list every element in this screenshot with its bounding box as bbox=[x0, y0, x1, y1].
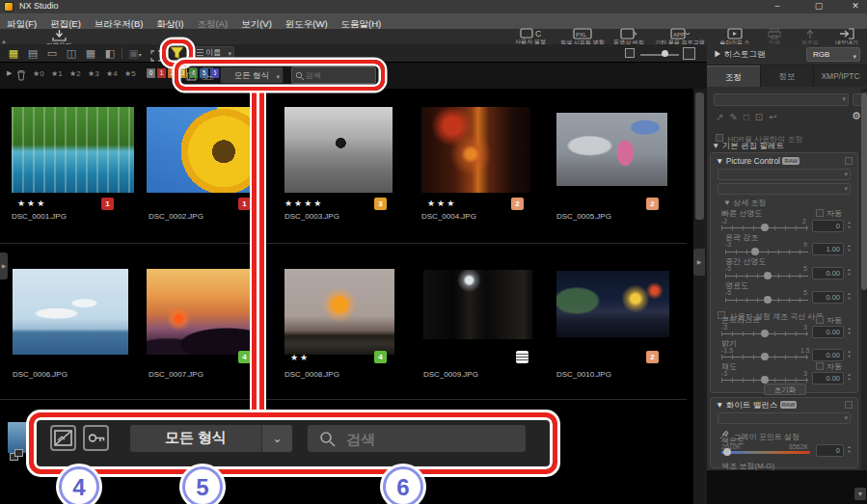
slider-handle[interactable] bbox=[761, 330, 769, 337]
photo-night-street[interactable] bbox=[556, 271, 669, 337]
slider-track[interactable] bbox=[725, 250, 808, 254]
slider-handle[interactable] bbox=[764, 296, 772, 304]
spinner[interactable]: ▲▼ bbox=[846, 220, 853, 229]
slider-track[interactable] bbox=[725, 274, 808, 279]
temp-slider-track[interactable] bbox=[721, 451, 810, 454]
spinner[interactable]: ▲▼ bbox=[846, 267, 853, 277]
auto-checkbox[interactable] bbox=[816, 316, 824, 324]
color-label[interactable]: 4 bbox=[374, 351, 387, 363]
rating-filter-5[interactable]: ★5 bbox=[124, 69, 136, 78]
magnified-hidden-files-icon[interactable] bbox=[50, 425, 76, 451]
label-filter-1[interactable]: 1 bbox=[157, 68, 166, 78]
slider-value[interactable]: 0.00 bbox=[812, 326, 844, 338]
minimize-button[interactable]: – bbox=[767, 0, 788, 13]
tab-info[interactable]: 정보 bbox=[760, 66, 813, 87]
photo-air-race[interactable] bbox=[13, 269, 128, 355]
thumbnail-zoom-slider[interactable] bbox=[640, 54, 679, 56]
auto-checkbox[interactable] bbox=[816, 362, 824, 370]
spinner[interactable]: ▲▼ bbox=[846, 326, 853, 335]
magnified-format-dropdown[interactable]: 모든 형식 ⌄ bbox=[129, 424, 293, 453]
thumbnail-zoom-handle[interactable] bbox=[662, 50, 668, 57]
star-rating[interactable]: ★★★ bbox=[17, 199, 46, 208]
histogram-channel-dropdown[interactable]: RGB ▾ bbox=[806, 47, 860, 62]
photo-sunset-rocks[interactable] bbox=[147, 269, 254, 355]
slider-value[interactable]: 0.00 bbox=[812, 349, 844, 361]
thumbnail-cell[interactable]: ★★★★ 3 DSC_0003.JPG bbox=[283, 89, 418, 245]
thumbnail-cell[interactable]: ★★ 4 DSC_0008.JPG bbox=[283, 251, 418, 407]
spinner[interactable]: ▲▼ bbox=[846, 349, 853, 358]
rating-filter-1[interactable]: ★1 bbox=[51, 69, 63, 78]
temp-value[interactable]: 0 bbox=[816, 444, 844, 457]
slider-value[interactable]: 0.00 bbox=[812, 267, 844, 279]
slider-handle[interactable] bbox=[761, 224, 769, 231]
slider-track[interactable] bbox=[721, 225, 808, 230]
zoom-out-icon[interactable] bbox=[625, 48, 635, 58]
zoom-in-icon[interactable] bbox=[683, 47, 695, 60]
thumbnail-cell[interactable]: ★★★ 2 DSC_0004.JPG bbox=[420, 89, 555, 245]
spinner[interactable]: ▲▼ bbox=[846, 243, 853, 252]
thumbnail-cell[interactable]: 2 DSC_0010.JPG bbox=[555, 251, 690, 407]
star-rating[interactable]: ★★★★ bbox=[284, 199, 323, 208]
color-label[interactable]: 3 bbox=[374, 198, 387, 210]
star-rating[interactable]: ★★ bbox=[290, 353, 310, 362]
white-balance-checkbox[interactable] bbox=[845, 401, 853, 409]
view-image-filmstrip-icon[interactable]: ◫ bbox=[64, 47, 79, 60]
maximize-button[interactable]: ▢ bbox=[808, 0, 829, 13]
rating-filter-4[interactable]: ★4 bbox=[106, 69, 118, 78]
spinner[interactable]: ▲▼ bbox=[846, 372, 853, 382]
picture-control-header[interactable]: ▼ Picture Control RAW bbox=[716, 156, 799, 166]
magnified-search-field[interactable] bbox=[307, 424, 527, 453]
photo-crosswalk-blur[interactable] bbox=[556, 113, 667, 186]
view-list-icon[interactable]: ▤ bbox=[25, 47, 41, 60]
label-filter-0[interactable]: 0 bbox=[147, 68, 155, 78]
slider-value[interactable]: 1.00 bbox=[812, 243, 844, 255]
tab-adjust[interactable]: 조정 bbox=[707, 66, 760, 87]
slider-value[interactable]: 0.00 bbox=[812, 372, 844, 385]
slider-track[interactable] bbox=[725, 298, 808, 303]
thumbnail-cell[interactable]: ★★★ 1 DSC_0001.JPG bbox=[10, 89, 145, 245]
view-image-info-icon[interactable]: ◧ bbox=[102, 47, 118, 60]
slider-handle[interactable] bbox=[764, 272, 772, 279]
slider-track[interactable] bbox=[721, 355, 808, 359]
star-rating[interactable]: ★★★ bbox=[427, 199, 456, 208]
picture-control-sub-dropdown[interactable]: ▾ bbox=[718, 183, 851, 195]
rating-filter-3[interactable]: ★3 bbox=[88, 69, 99, 78]
detail-header[interactable]: ▼ 상세 조정 bbox=[723, 198, 766, 208]
rating-filter-0[interactable]: ★0 bbox=[33, 69, 44, 78]
photo-forest-lake[interactable] bbox=[12, 107, 134, 193]
slider-value[interactable]: 0 bbox=[812, 220, 844, 232]
white-balance-header[interactable]: ▼ 화이트 밸런스 RAW bbox=[716, 400, 797, 411]
thumbnail-cell[interactable]: DSC_0009.JPG bbox=[421, 251, 556, 407]
thumbnail-scrollbar-thumb[interactable] bbox=[695, 93, 704, 220]
color-label[interactable]: 2 bbox=[646, 351, 659, 363]
slider-track[interactable] bbox=[721, 378, 808, 383]
picture-control-checkbox[interactable] bbox=[845, 157, 853, 165]
photo-dark-corridor[interactable] bbox=[423, 270, 532, 339]
photo-hazy-sun[interactable] bbox=[284, 269, 394, 355]
adjustment-preset-dropdown[interactable]: ▾ bbox=[714, 93, 849, 106]
filter-expand-icon[interactable]: ▶ bbox=[7, 69, 12, 77]
sort-dropdown[interactable]: 이름 ▾ bbox=[194, 46, 234, 60]
color-label[interactable]: 2 bbox=[511, 198, 524, 210]
photo-lantern-alley[interactable] bbox=[421, 107, 530, 193]
palette-header[interactable]: ▼ 기본 편집 팔레트 bbox=[712, 141, 784, 152]
view-grid-icon[interactable]: ▦ bbox=[6, 47, 21, 60]
view-single-icon[interactable]: ▭ bbox=[44, 47, 60, 60]
reset-button[interactable]: 초기화 bbox=[764, 384, 806, 395]
thumbnail-cell[interactable]: 2 DSC_0005.JPG bbox=[555, 89, 690, 245]
panel-scrollbar-thumb[interactable] bbox=[861, 93, 867, 290]
right-panel-expander[interactable]: ▶ bbox=[693, 249, 705, 276]
color-label[interactable]: 1 bbox=[101, 198, 114, 210]
tab-xmp-iptc[interactable]: XMP/IPTC bbox=[813, 66, 867, 87]
rating-filter-2[interactable]: ★2 bbox=[69, 69, 81, 78]
picture-control-dropdown[interactable]: ▾ bbox=[718, 169, 851, 180]
slider-track[interactable] bbox=[721, 332, 808, 336]
color-label[interactable]: 2 bbox=[646, 198, 659, 210]
close-button[interactable]: ✕ bbox=[845, 0, 866, 13]
magnified-protected-files-icon[interactable] bbox=[83, 425, 109, 451]
slider-handle[interactable] bbox=[761, 376, 769, 384]
auto-checkbox[interactable] bbox=[816, 209, 824, 217]
panel-scroll-down-icon[interactable]: ▼ bbox=[854, 488, 866, 500]
slider-value[interactable]: 0.00 bbox=[812, 291, 844, 304]
view-multi-icon[interactable]: ▦ bbox=[83, 47, 98, 60]
